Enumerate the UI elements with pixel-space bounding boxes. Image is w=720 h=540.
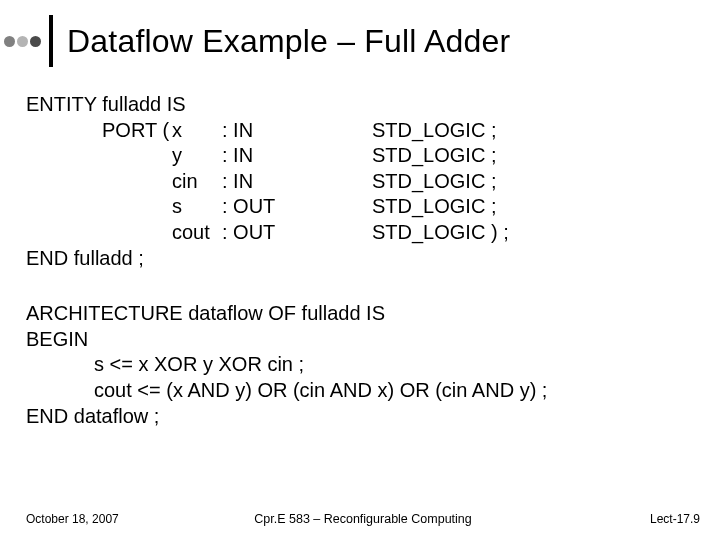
code-indent bbox=[26, 220, 172, 246]
port-name: s bbox=[172, 194, 222, 220]
dot-icon bbox=[17, 36, 28, 47]
dot-icon bbox=[30, 36, 41, 47]
port-dir: : IN bbox=[222, 169, 372, 195]
title-bar: Dataflow Example – Full Adder bbox=[0, 10, 720, 72]
port-name: y bbox=[172, 143, 222, 169]
port-type: STD_LOGIC ; bbox=[372, 194, 496, 220]
code-line: END dataflow ; bbox=[26, 404, 700, 430]
port-dir: : IN bbox=[222, 118, 372, 144]
footer-date: October 18, 2007 bbox=[26, 512, 119, 526]
code-line: PORT ( x : IN STD_LOGIC ; bbox=[26, 118, 700, 144]
code-text: END fulladd ; bbox=[26, 246, 144, 272]
port-dir: : OUT bbox=[222, 194, 372, 220]
port-type: STD_LOGIC ; bbox=[372, 143, 496, 169]
code-line: BEGIN bbox=[26, 327, 700, 353]
code-line: ENTITY fulladd IS bbox=[26, 92, 700, 118]
architecture-block: ARCHITECTURE dataflow OF fulladd IS BEGI… bbox=[26, 301, 700, 429]
slide: Dataflow Example – Full Adder ENTITY ful… bbox=[0, 0, 720, 540]
code-indent bbox=[26, 118, 102, 144]
code-indent bbox=[26, 169, 172, 195]
code-text: ENTITY fulladd IS bbox=[26, 92, 186, 118]
footer-course: Cpr.E 583 – Reconfigurable Computing bbox=[26, 512, 700, 526]
code-line: y : IN STD_LOGIC ; bbox=[26, 143, 700, 169]
code-indent bbox=[26, 143, 172, 169]
code-line: END fulladd ; bbox=[26, 246, 700, 272]
code-text: ARCHITECTURE dataflow OF fulladd IS bbox=[26, 301, 385, 327]
port-type: STD_LOGIC ; bbox=[372, 118, 496, 144]
slide-title: Dataflow Example – Full Adder bbox=[67, 23, 510, 60]
port-name: cin bbox=[172, 169, 222, 195]
port-dir: : IN bbox=[222, 143, 372, 169]
code-line: cout <= (x AND y) OR (cin AND x) OR (cin… bbox=[26, 378, 700, 404]
bullet-dots bbox=[4, 36, 43, 47]
entity-block: ENTITY fulladd IS PORT ( x : IN STD_LOGI… bbox=[26, 92, 700, 271]
port-type: STD_LOGIC ) ; bbox=[372, 220, 509, 246]
code-text: END dataflow ; bbox=[26, 404, 159, 430]
port-dir: : OUT bbox=[222, 220, 372, 246]
code-line: s : OUT STD_LOGIC ; bbox=[26, 194, 700, 220]
slide-body: ENTITY fulladd IS PORT ( x : IN STD_LOGI… bbox=[26, 92, 700, 429]
code-line: ARCHITECTURE dataflow OF fulladd IS bbox=[26, 301, 700, 327]
dot-icon bbox=[4, 36, 15, 47]
code-line: cout : OUT STD_LOGIC ) ; bbox=[26, 220, 700, 246]
code-indent bbox=[26, 194, 172, 220]
code-text: cout <= (x AND y) OR (cin AND x) OR (cin… bbox=[94, 378, 547, 404]
vertical-bar-icon bbox=[49, 15, 53, 67]
port-name: cout bbox=[172, 220, 222, 246]
port-label: PORT ( bbox=[102, 118, 172, 144]
code-line: cin : IN STD_LOGIC ; bbox=[26, 169, 700, 195]
port-name: x bbox=[172, 118, 222, 144]
port-type: STD_LOGIC ; bbox=[372, 169, 496, 195]
footer: October 18, 2007 Cpr.E 583 – Reconfigura… bbox=[26, 512, 700, 526]
code-line: s <= x XOR y XOR cin ; bbox=[26, 352, 700, 378]
footer-page: Lect-17.9 bbox=[650, 512, 700, 526]
code-text: BEGIN bbox=[26, 327, 88, 353]
code-text: s <= x XOR y XOR cin ; bbox=[94, 352, 304, 378]
